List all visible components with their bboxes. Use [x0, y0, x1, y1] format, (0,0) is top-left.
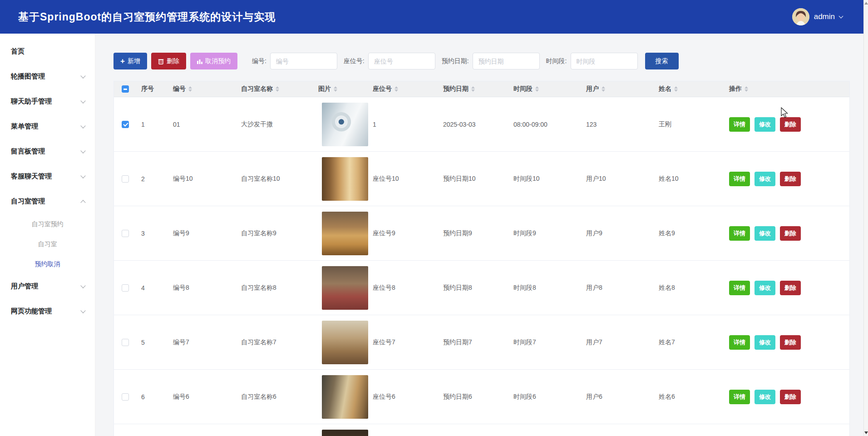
- cell-realname: 姓名6: [654, 393, 725, 401]
- sidebar-item-label: 首页: [11, 47, 25, 56]
- edit-button[interactable]: 修改: [755, 281, 775, 295]
- vertical-scrollbar[interactable]: [863, 0, 868, 436]
- column-header[interactable]: 操作: [725, 85, 849, 93]
- table-header: 序号 编号 自习室名称 图片 座位号 预约日期 时间段 用户 姓名 操作: [114, 81, 849, 97]
- room-image-library-bookshelves: [322, 157, 368, 201]
- edit-button[interactable]: 修改: [755, 226, 775, 241]
- filter-input[interactable]: [270, 53, 337, 69]
- sort-icon[interactable]: [471, 86, 475, 92]
- cell-date: 预约日期7: [439, 338, 509, 347]
- row-checkbox[interactable]: [122, 121, 129, 128]
- cell-user: 用户10: [582, 175, 654, 183]
- row-checkbox[interactable]: [122, 393, 129, 401]
- cell-user: 用户7: [582, 338, 654, 347]
- delete-row-button[interactable]: 删除: [780, 172, 801, 186]
- row-checkbox[interactable]: [122, 230, 129, 237]
- edit-button[interactable]: 修改: [755, 117, 775, 132]
- room-image-dark-room-lights: [322, 430, 368, 436]
- sort-icon[interactable]: [535, 86, 539, 92]
- cell-code: 编号9: [168, 229, 237, 238]
- detail-button[interactable]: 详情: [729, 117, 750, 132]
- column-header[interactable]: 编号: [168, 85, 237, 93]
- chevron-down-icon: [80, 73, 85, 78]
- scroll-down-icon[interactable]: [864, 431, 868, 434]
- cell-index: 4: [137, 284, 168, 292]
- filter-label: 时间段:: [546, 57, 567, 65]
- add-button[interactable]: + 新增: [113, 53, 147, 69]
- sort-icon[interactable]: [334, 86, 337, 92]
- cell-index: 3: [137, 230, 168, 237]
- column-header[interactable]: 时间段: [509, 85, 582, 93]
- detail-button[interactable]: 详情: [729, 172, 750, 186]
- delete-row-button[interactable]: 删除: [780, 390, 801, 404]
- cell-code: 编号6: [168, 393, 237, 401]
- edit-button[interactable]: 修改: [755, 390, 775, 404]
- table-row: 5 编号7 自习室名称7 座位号7 预约日期7 时间段7 用户7 姓名7 详情 …: [114, 315, 849, 370]
- scroll-up-icon[interactable]: [864, 2, 868, 5]
- filter-input[interactable]: [368, 53, 435, 69]
- cell-time: 时间段10: [509, 175, 582, 183]
- avatar[interactable]: [792, 8, 809, 25]
- sidebar-subitem[interactable]: 自习室预约: [0, 214, 95, 234]
- column-header[interactable]: 座位号: [368, 85, 439, 93]
- row-checkbox[interactable]: [122, 284, 129, 292]
- row-checkbox[interactable]: [122, 175, 129, 183]
- sidebar-item[interactable]: 轮播图管理: [0, 64, 95, 89]
- sidebar-subitem[interactable]: 自习室: [0, 234, 95, 254]
- column-header[interactable]: 序号: [137, 85, 168, 93]
- edit-button[interactable]: 修改: [755, 172, 775, 186]
- sidebar-item[interactable]: 客服聊天管理: [0, 164, 95, 189]
- cell-seat: 1: [368, 121, 439, 128]
- room-image-office-corridor: [322, 375, 368, 419]
- sort-icon[interactable]: [188, 86, 192, 92]
- sort-icon[interactable]: [602, 86, 605, 92]
- sidebar-item[interactable]: 留言板管理: [0, 139, 95, 164]
- edit-button[interactable]: 修改: [755, 335, 775, 350]
- cell-user: 用户9: [582, 229, 654, 238]
- page-title: 基于SpringBoot的自习室预约管理系统的设计与实现: [18, 10, 276, 24]
- sidebar-item[interactable]: 首页: [0, 39, 95, 64]
- sidebar-subitem[interactable]: 预约取消: [0, 254, 95, 274]
- detail-button[interactable]: 详情: [729, 335, 750, 350]
- cell-room-name: 自习室名称7: [237, 338, 314, 347]
- sidebar-item[interactable]: 网页功能管理: [0, 299, 95, 324]
- column-header[interactable]: 姓名: [654, 85, 725, 93]
- filter-input[interactable]: [473, 53, 540, 69]
- sidebar-item[interactable]: 聊天助手管理: [0, 89, 95, 114]
- filter-group: 座位号:: [344, 53, 435, 69]
- delete-row-button[interactable]: 删除: [780, 281, 801, 295]
- sidebar-item[interactable]: 用户管理: [0, 274, 95, 299]
- sort-icon[interactable]: [276, 86, 279, 92]
- sort-icon[interactable]: [674, 86, 678, 92]
- detail-button[interactable]: 详情: [729, 390, 750, 404]
- detail-button[interactable]: 详情: [729, 226, 750, 241]
- filter-group: 预约日期:: [442, 53, 540, 69]
- cancel-reservation-button[interactable]: 取消预约: [190, 53, 237, 69]
- delete-button[interactable]: 删除: [151, 53, 186, 69]
- select-all-checkbox[interactable]: [122, 85, 129, 93]
- cell-room-name: 自习室名称10: [237, 175, 314, 183]
- user-menu[interactable]: admin: [792, 8, 843, 25]
- room-image-library-red-chairs: [322, 266, 368, 310]
- sort-icon[interactable]: [395, 86, 398, 92]
- delete-row-button[interactable]: 删除: [780, 226, 801, 241]
- cell-index: 6: [137, 393, 168, 401]
- detail-button[interactable]: 详情: [729, 281, 750, 295]
- delete-row-button[interactable]: 删除: [780, 335, 801, 350]
- sidebar-item[interactable]: 自习室管理: [0, 189, 95, 214]
- cell-realname: 姓名8: [654, 284, 725, 292]
- cell-realname: 王刚: [654, 120, 725, 129]
- cell-user: 123: [582, 121, 654, 128]
- column-header[interactable]: 预约日期: [439, 85, 509, 93]
- search-button[interactable]: 搜索: [645, 53, 679, 69]
- column-header[interactable]: 图片: [314, 85, 368, 93]
- filter-label: 编号:: [252, 57, 266, 65]
- sort-icon[interactable]: [745, 86, 748, 92]
- sidebar-item[interactable]: 菜单管理: [0, 114, 95, 139]
- cell-realname: 姓名7: [654, 338, 725, 347]
- row-checkbox[interactable]: [122, 339, 129, 346]
- delete-row-button[interactable]: 删除: [780, 117, 801, 132]
- column-header[interactable]: 用户: [582, 85, 654, 93]
- filter-input[interactable]: [571, 53, 638, 69]
- column-header[interactable]: 自习室名称: [237, 85, 314, 93]
